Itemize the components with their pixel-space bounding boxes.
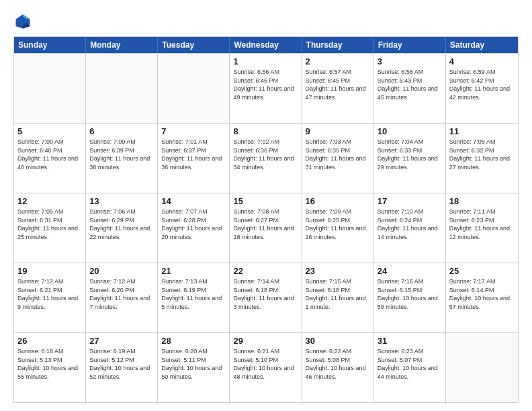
cell-info: Sunrise: 7:08 AM Sunset: 6:27 PM Dayligh… — [233, 208, 298, 241]
cell-info: Sunrise: 7:14 AM Sunset: 6:18 PM Dayligh… — [233, 277, 298, 311]
day-number: 28 — [161, 336, 226, 346]
cell-info: Sunrise: 7:13 AM Sunset: 6:19 PM Dayligh… — [161, 277, 226, 311]
cell-info: Sunrise: 7:00 AM Sunset: 6:40 PM Dayligh… — [17, 138, 82, 171]
day-number: 2 — [306, 56, 370, 66]
cal-cell-day-13: 13Sunrise: 7:06 AM Sunset: 6:29 PM Dayli… — [86, 193, 158, 263]
day-number: 24 — [378, 266, 442, 276]
day-number: 18 — [449, 196, 515, 206]
cell-info: Sunrise: 6:21 AM Sunset: 5:10 PM Dayligh… — [233, 347, 298, 381]
cal-cell-empty — [86, 54, 158, 123]
cell-info: Sunrise: 6:18 AM Sunset: 5:13 PM Dayligh… — [17, 347, 82, 381]
cal-header-wednesday: Wednesday — [230, 37, 302, 53]
cell-info: Sunrise: 7:00 AM Sunset: 6:39 PM Dayligh… — [89, 138, 154, 171]
cal-cell-day-12: 12Sunrise: 7:05 AM Sunset: 6:31 PM Dayli… — [14, 193, 86, 263]
cell-info: Sunrise: 7:04 AM Sunset: 6:33 PM Dayligh… — [378, 138, 442, 171]
day-number: 23 — [306, 266, 370, 276]
cal-cell-day-14: 14Sunrise: 7:07 AM Sunset: 6:28 PM Dayli… — [158, 193, 230, 263]
cell-info: Sunrise: 6:20 AM Sunset: 5:11 PM Dayligh… — [161, 347, 226, 381]
day-number: 14 — [161, 196, 226, 206]
cell-info: Sunrise: 7:09 AM Sunset: 6:25 PM Dayligh… — [306, 208, 370, 241]
day-number: 13 — [89, 196, 154, 206]
page: SundayMondayTuesdayWednesdayThursdayFrid… — [0, 0, 532, 411]
cal-cell-day-3: 3Sunrise: 6:58 AM Sunset: 6:43 PM Daylig… — [374, 54, 446, 123]
cal-header-saturday: Saturday — [446, 37, 518, 53]
logo — [13, 12, 35, 31]
cal-header-tuesday: Tuesday — [158, 37, 230, 53]
cal-cell-day-10: 10Sunrise: 7:04 AM Sunset: 6:33 PM Dayli… — [374, 124, 446, 193]
cell-info: Sunrise: 7:05 AM Sunset: 6:31 PM Dayligh… — [17, 208, 82, 241]
cal-cell-day-11: 11Sunrise: 7:05 AM Sunset: 6:32 PM Dayli… — [446, 124, 518, 193]
cal-header-monday: Monday — [86, 37, 158, 53]
cell-info: Sunrise: 7:05 AM Sunset: 6:32 PM Dayligh… — [449, 138, 515, 171]
cal-cell-empty — [446, 333, 518, 402]
day-number: 9 — [306, 126, 370, 136]
cell-info: Sunrise: 6:56 AM Sunset: 6:46 PM Dayligh… — [233, 68, 298, 101]
cal-cell-day-15: 15Sunrise: 7:08 AM Sunset: 6:27 PM Dayli… — [230, 193, 302, 263]
cal-cell-day-20: 20Sunrise: 7:12 AM Sunset: 6:20 PM Dayli… — [86, 263, 158, 332]
cell-info: Sunrise: 7:16 AM Sunset: 6:15 PM Dayligh… — [378, 277, 442, 311]
header — [13, 12, 519, 31]
cal-cell-day-2: 2Sunrise: 6:57 AM Sunset: 6:45 PM Daylig… — [302, 54, 374, 123]
day-number: 4 — [449, 56, 515, 66]
cal-cell-day-29: 29Sunrise: 6:21 AM Sunset: 5:10 PM Dayli… — [230, 333, 302, 402]
cell-info: Sunrise: 6:58 AM Sunset: 6:43 PM Dayligh… — [378, 68, 442, 101]
day-number: 8 — [233, 126, 298, 136]
day-number: 10 — [378, 126, 442, 136]
cal-row-0: 1Sunrise: 6:56 AM Sunset: 6:46 PM Daylig… — [14, 53, 518, 123]
cal-cell-day-16: 16Sunrise: 7:09 AM Sunset: 6:25 PM Dayli… — [302, 193, 374, 263]
cal-cell-day-17: 17Sunrise: 7:10 AM Sunset: 6:24 PM Dayli… — [374, 193, 446, 263]
cal-header-thursday: Thursday — [302, 37, 374, 53]
logo-icon — [13, 12, 32, 31]
cal-cell-day-21: 21Sunrise: 7:13 AM Sunset: 6:19 PM Dayli… — [158, 263, 230, 332]
day-number: 30 — [306, 336, 370, 346]
calendar: SundayMondayTuesdayWednesdayThursdayFrid… — [13, 36, 519, 403]
day-number: 20 — [89, 266, 154, 276]
cal-row-1: 5Sunrise: 7:00 AM Sunset: 6:40 PM Daylig… — [14, 123, 518, 193]
cal-cell-day-31: 31Sunrise: 6:23 AM Sunset: 5:07 PM Dayli… — [374, 333, 446, 402]
cell-info: Sunrise: 7:07 AM Sunset: 6:28 PM Dayligh… — [161, 208, 226, 241]
day-number: 15 — [233, 196, 298, 206]
day-number: 16 — [306, 196, 370, 206]
cal-cell-day-23: 23Sunrise: 7:15 AM Sunset: 6:16 PM Dayli… — [302, 263, 374, 332]
cell-info: Sunrise: 7:10 AM Sunset: 6:24 PM Dayligh… — [378, 208, 442, 241]
cal-cell-day-22: 22Sunrise: 7:14 AM Sunset: 6:18 PM Dayli… — [230, 263, 302, 332]
cal-cell-empty — [158, 54, 230, 123]
cell-info: Sunrise: 7:02 AM Sunset: 6:36 PM Dayligh… — [233, 138, 298, 171]
cell-info: Sunrise: 6:22 AM Sunset: 5:08 PM Dayligh… — [306, 347, 370, 381]
day-number: 1 — [233, 56, 298, 66]
cell-info: Sunrise: 7:03 AM Sunset: 6:35 PM Dayligh… — [306, 138, 370, 171]
cell-info: Sunrise: 7:12 AM Sunset: 6:20 PM Dayligh… — [89, 277, 154, 311]
day-number: 26 — [17, 336, 82, 346]
cal-header-sunday: Sunday — [14, 37, 86, 53]
day-number: 3 — [378, 56, 442, 66]
cal-row-2: 12Sunrise: 7:05 AM Sunset: 6:31 PM Dayli… — [14, 193, 518, 263]
calendar-header-row: SundayMondayTuesdayWednesdayThursdayFrid… — [14, 37, 518, 53]
day-number: 12 — [17, 196, 82, 206]
day-number: 25 — [449, 266, 515, 276]
day-number: 31 — [378, 336, 442, 346]
calendar-body: 1Sunrise: 6:56 AM Sunset: 6:46 PM Daylig… — [14, 53, 518, 402]
cell-info: Sunrise: 7:15 AM Sunset: 6:16 PM Dayligh… — [306, 277, 370, 311]
day-number: 11 — [449, 126, 515, 136]
cal-cell-day-30: 30Sunrise: 6:22 AM Sunset: 5:08 PM Dayli… — [302, 333, 374, 402]
cal-header-friday: Friday — [374, 37, 446, 53]
cal-cell-day-26: 26Sunrise: 6:18 AM Sunset: 5:13 PM Dayli… — [14, 333, 86, 402]
day-number: 19 — [17, 266, 82, 276]
cal-row-4: 26Sunrise: 6:18 AM Sunset: 5:13 PM Dayli… — [14, 332, 518, 402]
cal-cell-day-5: 5Sunrise: 7:00 AM Sunset: 6:40 PM Daylig… — [14, 124, 86, 193]
day-number: 7 — [161, 126, 226, 136]
cal-cell-day-18: 18Sunrise: 7:11 AM Sunset: 6:23 PM Dayli… — [446, 193, 518, 263]
day-number: 22 — [233, 266, 298, 276]
cell-info: Sunrise: 6:57 AM Sunset: 6:45 PM Dayligh… — [306, 68, 370, 101]
cal-cell-day-28: 28Sunrise: 6:20 AM Sunset: 5:11 PM Dayli… — [158, 333, 230, 402]
day-number: 17 — [378, 196, 442, 206]
cell-info: Sunrise: 6:59 AM Sunset: 6:42 PM Dayligh… — [449, 68, 515, 101]
cal-cell-day-8: 8Sunrise: 7:02 AM Sunset: 6:36 PM Daylig… — [230, 124, 302, 193]
cal-row-3: 19Sunrise: 7:12 AM Sunset: 6:21 PM Dayli… — [14, 263, 518, 332]
cal-cell-day-4: 4Sunrise: 6:59 AM Sunset: 6:42 PM Daylig… — [446, 54, 518, 123]
cell-info: Sunrise: 7:11 AM Sunset: 6:23 PM Dayligh… — [449, 208, 515, 241]
cell-info: Sunrise: 6:19 AM Sunset: 5:12 PM Dayligh… — [89, 347, 154, 381]
cell-info: Sunrise: 7:17 AM Sunset: 6:14 PM Dayligh… — [449, 277, 515, 311]
day-number: 5 — [17, 126, 82, 136]
day-number: 27 — [89, 336, 154, 346]
